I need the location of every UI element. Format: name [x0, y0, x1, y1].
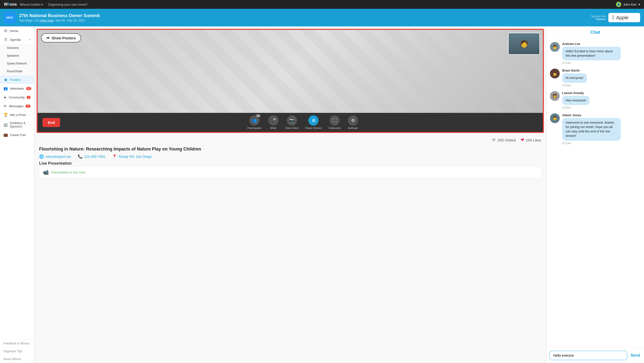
send-button[interactable]: Send — [630, 351, 641, 360]
community-icon: ◈ — [4, 95, 7, 100]
location-link[interactable]: 📍 Roady Rd, San Diego — [112, 154, 152, 159]
user-chevron: ▾ — [638, 3, 640, 6]
sidebar-item-feedback[interactable]: Feedback to Whova — [0, 340, 34, 347]
stats-row: 👁 200 Visited ❤ 109 Likes — [34, 135, 546, 144]
heart-icon: ❤ — [520, 137, 524, 143]
location-icon: 📍 — [112, 154, 117, 159]
visited-stat: 👁 200 Visited — [492, 138, 516, 143]
user-menu[interactable]: 👤 John Kim ▾ — [616, 2, 640, 7]
apple-logo-icon:  — [612, 14, 614, 21]
video-container: ➡ Show Posters 🧑 End 👥 12 Participants — [37, 29, 544, 133]
session-links: 🌐 natureimpact.net 📞 123-456-7891 📍 Road… — [39, 154, 542, 159]
user-avatar: 👤 — [616, 2, 621, 7]
chat-time-1: 9:11am — [562, 61, 640, 64]
pip-person: 🧑 — [509, 33, 540, 54]
sidebar-item-community[interactable]: ◈ Community 3 — [0, 93, 34, 102]
whova-logo[interactable]: Whova — [4, 2, 16, 6]
sidebar-item-win-prize[interactable]: 🏆 Win a Prize › — [0, 110, 34, 119]
sidebar-item-organizer-tips[interactable]: Organizer Tips — [0, 347, 34, 355]
event-title: 27th National Business Owner Summit — [19, 13, 100, 18]
chat-message-1: 👨 Andrew Lee Hello! Excited to hear more… — [550, 42, 640, 64]
prize-chevron-icon: › — [30, 113, 30, 116]
video-background — [38, 30, 543, 113]
career-icon: 💼 — [4, 133, 8, 137]
participants-badge: 12 — [256, 114, 260, 117]
sponsor-badge[interactable]:  Apple — [608, 13, 640, 22]
chat-bubble-3: Hey everyone! — [562, 96, 590, 105]
sidebar-item-sessions[interactable]: Sessions — [0, 44, 34, 52]
live-banner: 📹 Presentation is live now! — [39, 166, 542, 178]
messages-icon: ✉ — [4, 104, 7, 108]
sidebar-item-agenda[interactable]: ☰ Agenda ▾ — [0, 35, 34, 44]
participants-icon: 👥 12 — [249, 115, 260, 126]
settings-label: Settings — [348, 126, 358, 130]
chat-bubble-1: Hello! Excited to hear more about this l… — [562, 47, 621, 60]
home-icon: ⊞ — [4, 28, 8, 33]
attendees-icon: 👥 — [4, 86, 8, 91]
participants-label: Participants — [248, 126, 262, 130]
chat-input-area: Send — [546, 348, 644, 363]
video-main: ➡ Show Posters 🧑 — [38, 30, 543, 113]
end-button[interactable]: End — [42, 118, 60, 127]
live-status-text: Presentation is live now! — [51, 170, 86, 174]
view-map-link[interactable]: View map — [40, 19, 53, 22]
fullscreen-label: Fullscreen — [328, 126, 341, 130]
posters-icon: ◉ — [4, 78, 8, 82]
mute-icon: 🎤 — [268, 115, 278, 126]
sidebar-item-career-fair[interactable]: 💼 Career Fair — [0, 130, 34, 139]
mute-label: Mute — [270, 126, 276, 130]
chat-content-4: Albert Jones Awesome to see everyone, th… — [562, 113, 640, 144]
sidebar-item-roundtable[interactable]: RoundTable — [0, 68, 34, 75]
event-logo: NBOS — [4, 12, 16, 24]
sidebar-item-attendees[interactable]: 👥 Attendees 36 — [0, 84, 34, 93]
chat-name-2: Brian North — [562, 69, 640, 72]
prize-icon: 🏆 — [4, 112, 8, 117]
share-screen-label: Share Screen — [306, 126, 322, 130]
live-status-icon: 📹 — [43, 169, 49, 175]
organizing-link[interactable]: Organizing your own event? — [48, 3, 88, 6]
agenda-icon: ☰ — [4, 37, 8, 42]
section-label: Live Presentation — [39, 161, 542, 166]
sidebar-bottom: Feedback to Whova Organizer Tips About W… — [0, 339, 34, 363]
fullscreen-button[interactable]: ⛶ Fullscreen — [328, 115, 341, 130]
sidebar-item-exhibitors[interactable]: 🏢 Exhibitors & Sponsors › — [0, 119, 34, 130]
website-link[interactable]: 🌐 natureimpact.net — [39, 154, 71, 159]
sidebar-item-home[interactable]: ⊞ Home — [0, 26, 34, 35]
event-subtitle: San Diego, CA (View map) Nov 29 - Dec 29… — [19, 19, 100, 22]
stop-video-label: Stop Video — [285, 126, 298, 130]
chat-time-4: 9:11am — [562, 142, 640, 144]
sidebar-item-about[interactable]: About Whova — [0, 355, 34, 363]
show-posters-button[interactable]: ➡ Show Posters — [41, 33, 81, 42]
show-posters-arrow-icon: ➡ — [46, 36, 50, 40]
chat-message-4: 👨 Albert Jones Awesome to see everyone, … — [550, 113, 640, 144]
session-title: Flourishing in Nature: Researching Impac… — [39, 146, 542, 152]
chat-header: Chat — [546, 26, 644, 38]
stop-video-icon: 📷 — [287, 115, 297, 126]
sidebar-item-speakers[interactable]: Speakers — [0, 52, 34, 60]
settings-button[interactable]: ⚙ Settings — [348, 115, 358, 130]
sidebar-item-speed-network[interactable]: Speed Network — [0, 60, 34, 68]
exhibitors-icon: 🏢 — [4, 123, 8, 127]
visited-count: 200 Visited — [498, 138, 516, 142]
top-nav: Whova Whova Guides ▾ Organizing your own… — [0, 0, 644, 9]
chat-input[interactable] — [550, 351, 627, 360]
stop-video-button[interactable]: 📷 Stop Video — [285, 115, 298, 130]
attendees-badge: 36 — [26, 87, 31, 90]
sponsor-label: Sponsor level Platinum — [591, 15, 606, 20]
mute-button[interactable]: 🎤 Mute — [268, 115, 278, 130]
phone-link[interactable]: 📞 123-456-7891 — [78, 154, 105, 159]
pip-video: 🧑 — [508, 33, 540, 55]
chat-panel: Chat 👨 Andrew Lee Hello! Excited to hear… — [546, 26, 644, 363]
chat-avatar-albert: 👨 — [550, 113, 560, 123]
chat-messages: 👨 Andrew Lee Hello! Excited to hear more… — [546, 38, 644, 348]
community-badge: 3 — [27, 96, 30, 99]
sidebar-item-messages[interactable]: ✉ Messages 49 — [0, 102, 34, 110]
chat-avatar-lianne: 👩 — [550, 91, 560, 101]
whova-guides-menu[interactable]: Whova Guides ▾ — [20, 3, 43, 6]
chat-message-3: 👩 Lianne Gowdy Hey everyone! 9:32am — [550, 91, 640, 109]
participants-button[interactable]: 👥 12 Participants — [248, 115, 262, 130]
chat-content-1: Andrew Lee Hello! Excited to hear more a… — [562, 42, 640, 64]
chat-avatar-brian: 👨 — [550, 69, 560, 78]
sidebar-item-posters[interactable]: ◉ Posters — [0, 75, 34, 84]
share-screen-button[interactable]: 🖥 Share Screen — [306, 115, 322, 130]
